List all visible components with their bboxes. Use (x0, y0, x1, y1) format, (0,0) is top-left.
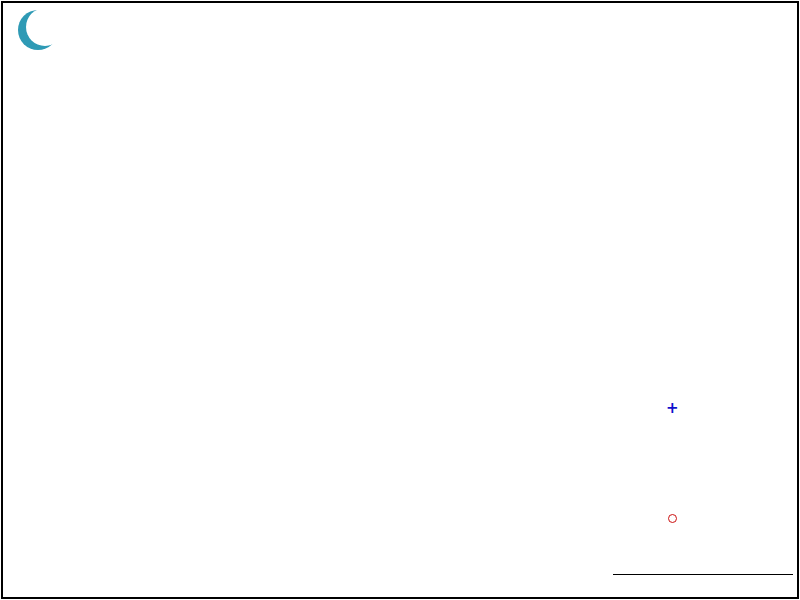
logo-crescent-icon (12, 6, 60, 54)
station-header (402, 5, 433, 107)
legend-positive: + (666, 402, 686, 415)
legend-negative (668, 514, 685, 523)
negative-marker-icon (668, 514, 677, 523)
footer-divider (613, 574, 793, 575)
skymap-plot (0, 0, 800, 600)
digisonde-logo (12, 4, 132, 54)
positive-marker-icon: + (666, 402, 679, 415)
skymap-window: + (0, 0, 800, 600)
